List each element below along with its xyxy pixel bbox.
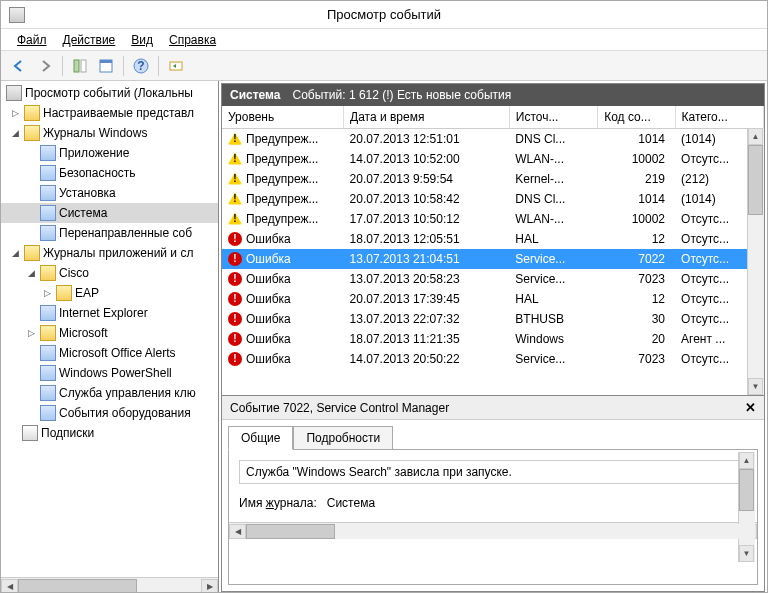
menu-action[interactable]: Действие bbox=[55, 31, 124, 49]
table-row[interactable]: !Предупреж...20.07.2013 9:59:54Kernel-..… bbox=[222, 169, 764, 189]
cell-datetime: 14.07.2013 20:50:22 bbox=[344, 349, 510, 369]
tree-hscrollbar[interactable]: ◀ ▶ bbox=[1, 577, 218, 593]
cell-datetime: 17.07.2013 10:50:12 bbox=[344, 209, 510, 229]
close-icon[interactable]: ✕ bbox=[745, 400, 756, 415]
table-row[interactable]: !Предупреж...14.07.2013 10:52:00WLAN-...… bbox=[222, 149, 764, 169]
table-row[interactable]: !Ошибка18.07.2013 12:05:51HAL12Отсутс... bbox=[222, 229, 764, 249]
properties-button[interactable] bbox=[94, 54, 118, 78]
scroll-left-icon[interactable]: ◀ bbox=[1, 579, 18, 594]
table-vscrollbar[interactable]: ▲ ▼ bbox=[747, 128, 764, 395]
table-row[interactable]: !Предупреж...20.07.2013 10:58:42DNS Cl..… bbox=[222, 189, 764, 209]
table-row[interactable]: !Ошибка18.07.2013 11:21:35Windows20Агент… bbox=[222, 329, 764, 349]
cell-code: 7023 bbox=[598, 269, 675, 289]
expand-icon[interactable]: ▷ bbox=[25, 327, 37, 339]
detail-pane: Событие 7022, Service Control Manager ✕ … bbox=[222, 396, 764, 591]
tree-ie[interactable]: Internet Explorer bbox=[1, 303, 218, 323]
cell-datetime: 20.07.2013 9:59:54 bbox=[344, 169, 510, 189]
tree-system[interactable]: Система bbox=[1, 203, 218, 223]
log-icon bbox=[40, 205, 56, 221]
tree-subscriptions[interactable]: Подписки bbox=[1, 423, 218, 443]
cell-code: 10002 bbox=[598, 149, 675, 169]
tree-custom-views[interactable]: ▷Настраиваемые представл bbox=[1, 103, 218, 123]
tree-root[interactable]: Просмотр событий (Локальны bbox=[1, 83, 218, 103]
tab-general[interactable]: Общие bbox=[228, 426, 293, 450]
scroll-down-icon[interactable]: ▼ bbox=[748, 378, 763, 395]
table-row[interactable]: !Ошибка20.07.2013 17:39:45HAL12Отсутс... bbox=[222, 289, 764, 309]
level-text: Ошибка bbox=[246, 252, 291, 266]
cell-source: WLAN-... bbox=[509, 149, 597, 169]
cell-source: DNS Cl... bbox=[509, 129, 597, 149]
tree-wps[interactable]: Windows PowerShell bbox=[1, 363, 218, 383]
scroll-down-icon[interactable]: ▼ bbox=[739, 545, 754, 562]
cell-code: 30 bbox=[598, 309, 675, 329]
cell-source: Service... bbox=[509, 349, 597, 369]
forward-button[interactable] bbox=[33, 54, 57, 78]
warning-icon: ! bbox=[228, 173, 242, 185]
cell-source: WLAN-... bbox=[509, 209, 597, 229]
table-row[interactable]: !Ошибка13.07.2013 22:07:32BTHUSB30Отсутс… bbox=[222, 309, 764, 329]
cell-code: 7023 bbox=[598, 349, 675, 369]
tree[interactable]: Просмотр событий (Локальны ▷Настраиваемы… bbox=[1, 81, 218, 577]
tree-hwe[interactable]: События оборудования bbox=[1, 403, 218, 423]
tree-cisco[interactable]: ◢Cisco bbox=[1, 263, 218, 283]
tree-forwarded[interactable]: Перенаправленные соб bbox=[1, 223, 218, 243]
cell-datetime: 13.07.2013 20:58:23 bbox=[344, 269, 510, 289]
scroll-up-icon[interactable]: ▲ bbox=[748, 128, 763, 145]
menu-help[interactable]: Справка bbox=[161, 31, 224, 49]
cell-code: 20 bbox=[598, 329, 675, 349]
menu-view[interactable]: Вид bbox=[123, 31, 161, 49]
col-source[interactable]: Источ... bbox=[509, 106, 597, 129]
collapse-icon[interactable]: ◢ bbox=[9, 127, 21, 139]
cell-source: Service... bbox=[509, 249, 597, 269]
tree-security[interactable]: Безопасность bbox=[1, 163, 218, 183]
level-text: Ошибка bbox=[246, 312, 291, 326]
back-button[interactable] bbox=[7, 54, 31, 78]
field-key: Имя журнала: bbox=[239, 496, 317, 510]
tree-eap[interactable]: ▷EAP bbox=[1, 283, 218, 303]
error-icon: ! bbox=[228, 292, 242, 306]
svg-rect-1 bbox=[81, 60, 86, 72]
event-table[interactable]: Уровень Дата и время Источ... Код со... … bbox=[222, 106, 764, 369]
col-datetime[interactable]: Дата и время bbox=[344, 106, 510, 129]
tree-app-logs[interactable]: ◢Журналы приложений и сл bbox=[1, 243, 218, 263]
scroll-left-icon[interactable]: ◀ bbox=[229, 524, 246, 539]
cell-code: 1014 bbox=[598, 129, 675, 149]
col-eventid[interactable]: Код со... bbox=[598, 106, 675, 129]
expand-icon[interactable]: ▷ bbox=[9, 107, 21, 119]
table-row[interactable]: !Ошибка13.07.2013 20:58:23Service...7023… bbox=[222, 269, 764, 289]
action-button[interactable] bbox=[164, 54, 188, 78]
scroll-up-icon[interactable]: ▲ bbox=[739, 452, 754, 469]
warning-icon: ! bbox=[228, 193, 242, 205]
table-row[interactable]: !Предупреж...17.07.2013 10:50:12WLAN-...… bbox=[222, 209, 764, 229]
tree-setup[interactable]: Установка bbox=[1, 183, 218, 203]
scroll-right-icon[interactable]: ▶ bbox=[201, 579, 218, 594]
folder-icon bbox=[56, 285, 72, 301]
detail-hscrollbar[interactable]: ◀ ▶ bbox=[229, 522, 757, 539]
table-row[interactable]: !Предупреж...20.07.2013 12:51:01DNS Cl..… bbox=[222, 129, 764, 149]
tree-windows-logs[interactable]: ◢Журналы Windows bbox=[1, 123, 218, 143]
menu-file[interactable]: Файл bbox=[9, 31, 55, 49]
help-button[interactable]: ? bbox=[129, 54, 153, 78]
svg-text:?: ? bbox=[137, 59, 144, 73]
log-icon bbox=[40, 345, 56, 361]
tree-klm[interactable]: Служба управления клю bbox=[1, 383, 218, 403]
error-icon: ! bbox=[228, 332, 242, 346]
tree-microsoft[interactable]: ▷Microsoft bbox=[1, 323, 218, 343]
cell-source: Windows bbox=[509, 329, 597, 349]
menu-bar: Файл Действие Вид Справка bbox=[1, 29, 767, 51]
tree-application[interactable]: Приложение bbox=[1, 143, 218, 163]
collapse-icon[interactable]: ◢ bbox=[9, 247, 21, 259]
show-tree-button[interactable] bbox=[68, 54, 92, 78]
table-row[interactable]: !Ошибка14.07.2013 20:50:22Service...7023… bbox=[222, 349, 764, 369]
cell-datetime: 20.07.2013 12:51:01 bbox=[344, 129, 510, 149]
level-text: Ошибка bbox=[246, 352, 291, 366]
table-row[interactable]: !Ошибка13.07.2013 21:04:51Service...7022… bbox=[222, 249, 764, 269]
collapse-icon[interactable]: ◢ bbox=[25, 267, 37, 279]
col-category[interactable]: Катего... bbox=[675, 106, 763, 129]
tab-details[interactable]: Подробности bbox=[293, 426, 393, 450]
error-icon: ! bbox=[228, 312, 242, 326]
tree-moa[interactable]: Microsoft Office Alerts bbox=[1, 343, 218, 363]
detail-vscrollbar[interactable]: ▲ ▼ bbox=[738, 452, 755, 562]
expand-icon[interactable]: ▷ bbox=[41, 287, 53, 299]
col-level[interactable]: Уровень bbox=[222, 106, 344, 129]
